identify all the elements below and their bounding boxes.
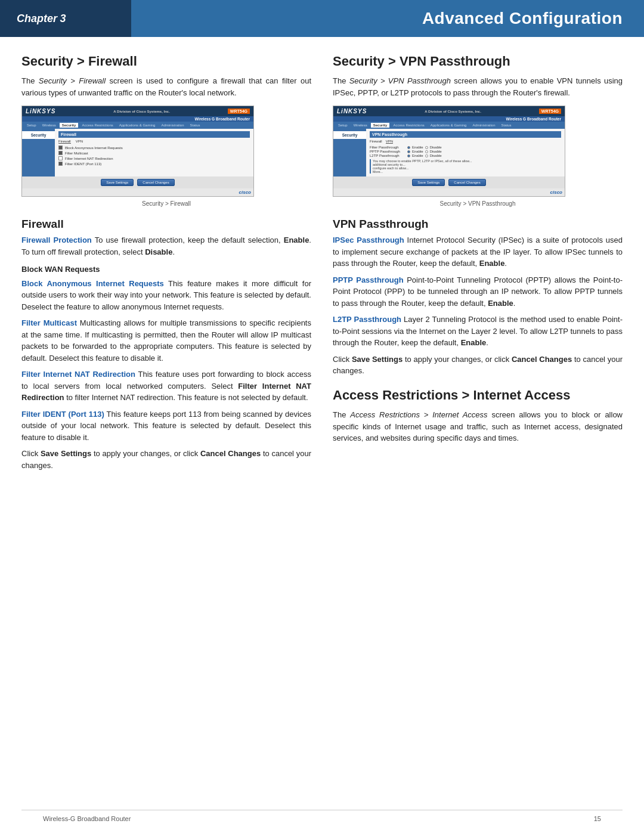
save-settings-btn[interactable]: Save Settings <box>101 179 134 186</box>
filter-nat-check[interactable] <box>58 156 63 160</box>
vpn-nav-wireless[interactable]: Wireless <box>351 123 370 128</box>
vpn-router-sidebar: Security <box>333 129 366 176</box>
vpn-cancel-changes-btn[interactable]: Cancel Changes <box>448 179 485 186</box>
ipsec-para: IPSec Passthrough Internet Protocol Secu… <box>333 234 623 270</box>
pptp-label: PPTP Passthrough <box>333 275 404 284</box>
left-column: Security > Firewall The Security > Firew… <box>21 54 311 476</box>
pptp-label-sm: PPTP Passthrough <box>370 150 405 153</box>
pptp-end: . <box>513 299 516 308</box>
security-vpn-title: Security > VPN Passthrough <box>333 54 623 69</box>
filter-multicast-label: Filter Multicast <box>21 318 77 327</box>
ipsec-end: . <box>504 259 507 268</box>
l2tp-enable-radio[interactable] <box>407 154 410 157</box>
fp-enable: Enable <box>284 236 309 244</box>
vpn-tab[interactable]: VPN <box>76 140 83 144</box>
page-footer: Wireless-G Broadband Router 15 <box>21 810 623 822</box>
router-sidebar: Security <box>22 129 55 176</box>
l2tp-end: . <box>486 338 488 347</box>
filter-multicast-check[interactable] <box>58 151 63 155</box>
intro-text: The <box>21 76 39 85</box>
access-intro-italic: Access Restrictions > Internet Access <box>350 410 487 419</box>
vpn-router-top-bar: LiNKSYS A Division of Cisco Systems, Inc… <box>333 106 565 116</box>
l2tp-disable-text: Disable <box>430 154 442 157</box>
fp-disable: Disable <box>145 247 172 256</box>
linksys-logo: LiNKSYS <box>26 108 55 114</box>
access-intro-para: The Access Restrictions > Internet Acces… <box>333 409 623 444</box>
l2tp-enable-text: Enable <box>412 154 423 157</box>
filter-multicast-row: Filter Multicast <box>58 151 250 155</box>
page-title: Advanced Configuration <box>131 0 644 37</box>
page-wrapper: Chapter 3 Advanced Configuration Securit… <box>0 0 644 833</box>
firewall-subsection-title: Firewall <box>21 218 311 231</box>
nav-wireless[interactable]: Wireless <box>40 123 58 128</box>
filter-ident-label: Filter IDENT (Port 113) <box>65 162 101 166</box>
main-content: Security > Firewall The Security > Firew… <box>0 37 644 493</box>
l2tp-row: L2TP Passthrough Enable Disable <box>370 154 561 157</box>
ipsec-disable-radio[interactable] <box>425 146 428 149</box>
vpn-nav-status[interactable]: Status <box>499 123 513 128</box>
l2tp-disable-radio[interactable] <box>425 154 428 157</box>
block-anon-label: Block Anonymous Internet Requests <box>21 279 164 288</box>
router-tagline: A Division of Cisco Systems, Inc. <box>113 110 169 113</box>
firewall-caption: Security > Firewall <box>21 200 311 207</box>
ipsec-row: Filter Passthrough Enable Disable <box>370 145 561 149</box>
router-nav: Setup Wireless Security Access Restricti… <box>22 122 253 129</box>
vpn-nav-apps[interactable]: Applications & Gaming <box>428 123 469 128</box>
l2tp-label-sm: L2TP Passthrough <box>370 154 405 157</box>
vpn-note: You may choose to enable PPTP, L2TP or I… <box>370 159 561 174</box>
pptp-enable-text: Enable <box>412 150 423 153</box>
filter-nat-row: Filter Internet NAT Redirection <box>58 156 250 160</box>
rs-mid: to apply your changes, or click <box>402 355 512 364</box>
router-top-bar: LiNKSYS A Division of Cisco Systems, Inc… <box>22 106 253 116</box>
vpn-nav-setup[interactable]: Setup <box>336 123 350 128</box>
vpn-intro-text: The <box>333 76 349 85</box>
cancel-changes-btn[interactable]: Cancel Changes <box>137 179 174 186</box>
pptp-para: PPTP Passthrough Point-to-Point Tunnelin… <box>333 274 623 309</box>
access-section-title: Access Restrictions > Internet Access <box>333 388 623 403</box>
block-anon-check[interactable] <box>58 145 63 150</box>
ls-mid: to apply your changes, or click <box>91 449 200 458</box>
nav-access[interactable]: Access Restrictions <box>79 123 115 128</box>
nav-security[interactable]: Security <box>60 123 79 128</box>
router-subtitle: Wireless G Broadband Router <box>22 116 253 122</box>
filter-multicast-label: Filter Multicast <box>65 151 88 155</box>
vpn-firewall-tab[interactable]: Firewall <box>370 140 382 144</box>
fp-text: To use firewall protection, keep the def… <box>92 236 284 244</box>
pptp-disable-radio[interactable] <box>425 150 428 153</box>
nav-admin[interactable]: Administration <box>159 123 186 128</box>
vpn-nav-access[interactable]: Access Restrictions <box>391 123 426 128</box>
vpn-router-buttons: Save Settings Cancel Changes <box>333 176 565 188</box>
router-buttons: Save Settings Cancel Changes <box>22 176 253 188</box>
footer-right: 15 <box>594 815 601 822</box>
block-anon-label: Block Anonymous Internet Requests <box>65 146 123 150</box>
nav-apps[interactable]: Applications & Gaming <box>117 123 158 128</box>
vpn-save-settings-btn[interactable]: Save Settings <box>412 179 445 186</box>
nav-setup[interactable]: Setup <box>24 123 39 128</box>
vpn-vpn-tab[interactable]: VPN <box>386 140 393 144</box>
ipsec-enable-radio[interactable] <box>407 146 410 149</box>
firewall-tab[interactable]: Firewall <box>58 140 71 144</box>
pptp-enable-radio[interactable] <box>407 150 410 153</box>
vpn-sidebar-security[interactable]: Security <box>333 131 366 139</box>
vpn-screenshot: LiNKSYS A Division of Cisco Systems, Inc… <box>333 106 565 197</box>
chapter-number: 3 <box>60 13 66 25</box>
intro-italic: Security > Firewall <box>39 76 106 85</box>
router-main-content: Firewall Firewall VPN Block Anonymous In… <box>55 129 253 176</box>
ls-bold: Save Settings <box>41 449 91 458</box>
right-save-settings-para: Click Save Settings to apply your change… <box>333 354 623 377</box>
vpn-router-nav: Setup Wireless Security Access Restricti… <box>333 122 565 129</box>
filter-nat-rest: to filter Internet NAT redirection. This… <box>64 393 308 402</box>
block-anon-para: Block Anonymous Internet Requests This f… <box>21 278 311 313</box>
firewall-sub-nav: Firewall VPN <box>58 140 250 144</box>
filter-ident-check[interactable] <box>58 162 63 166</box>
vpn-sub-nav: Firewall VPN <box>370 140 561 144</box>
rc-bold: Cancel Changes <box>512 355 572 364</box>
security-firewall-intro: The Security > Firewall screen is used t… <box>21 75 311 98</box>
vpn-nav-admin[interactable]: Administration <box>470 123 497 128</box>
sidebar-security[interactable]: Security <box>22 131 55 139</box>
security-vpn-intro: The Security > VPN Passthrough screen al… <box>333 75 623 98</box>
block-anon-row: Block Anonymous Internet Requests <box>58 145 250 150</box>
vpn-linksys-logo: LiNKSYS <box>337 108 367 114</box>
nav-status[interactable]: Status <box>187 123 202 128</box>
vpn-nav-security[interactable]: Security <box>371 123 390 128</box>
